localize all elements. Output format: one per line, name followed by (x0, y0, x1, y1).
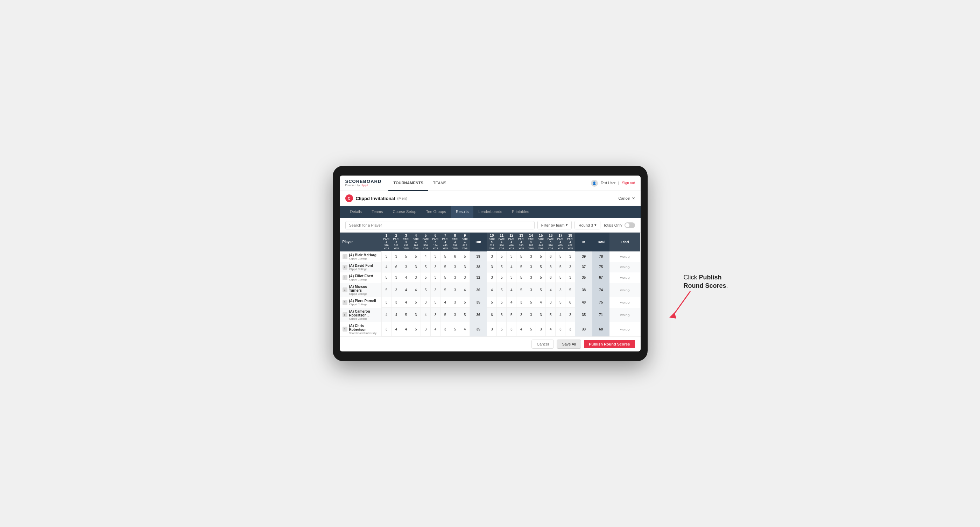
score-hole-3[interactable]: 4 (401, 322, 411, 337)
score-hole-11[interactable]: 5 (497, 322, 507, 337)
score-hole-7[interactable]: 3 (441, 322, 450, 337)
score-hole-1[interactable]: 3 (382, 297, 391, 308)
score-hole-14[interactable]: 3 (526, 262, 536, 272)
score-hole-12[interactable]: 3 (507, 251, 516, 262)
dq-label[interactable]: DQ (625, 314, 630, 317)
cancel-button-header[interactable]: Cancel ✕ (618, 196, 635, 201)
score-hole-14[interactable]: 3 (526, 308, 536, 322)
score-hole-10[interactable]: 5 (487, 297, 497, 308)
score-hole-4[interactable]: 5 (411, 322, 421, 337)
score-hole-15[interactable]: 3 (536, 308, 546, 322)
score-hole-16[interactable]: 3 (546, 262, 555, 272)
score-hole-17[interactable]: 4 (555, 308, 565, 322)
score-hole-5[interactable]: 3 (421, 322, 431, 337)
score-hole-2[interactable]: 6 (391, 262, 401, 272)
score-hole-5[interactable]: 5 (421, 262, 431, 272)
score-hole-18[interactable]: 3 (565, 272, 575, 283)
score-hole-4[interactable]: 3 (411, 308, 421, 322)
score-hole-9[interactable]: 4 (460, 283, 470, 297)
score-hole-9[interactable]: 5 (460, 251, 470, 262)
score-hole-8[interactable]: 3 (450, 262, 460, 272)
score-hole-11[interactable]: 5 (497, 251, 507, 262)
score-hole-2[interactable]: 4 (391, 322, 401, 337)
score-hole-6[interactable]: 3 (431, 262, 441, 272)
score-hole-9[interactable]: 3 (460, 272, 470, 283)
score-hole-6[interactable]: 4 (431, 322, 441, 337)
score-hole-16[interactable]: 6 (546, 272, 555, 283)
score-hole-12[interactable]: 3 (507, 322, 516, 337)
score-hole-13[interactable]: 5 (516, 272, 526, 283)
score-hole-11[interactable]: 5 (497, 297, 507, 308)
score-hole-13[interactable]: 3 (516, 308, 526, 322)
wd-label[interactable]: WD (620, 301, 625, 304)
score-hole-17[interactable]: 5 (555, 251, 565, 262)
score-hole-13[interactable]: 4 (516, 322, 526, 337)
score-hole-6[interactable]: 3 (431, 283, 441, 297)
score-hole-10[interactable]: 3 (487, 322, 497, 337)
score-hole-1[interactable]: 3 (382, 322, 391, 337)
score-hole-1[interactable]: 3 (382, 251, 391, 262)
score-hole-14[interactable]: 3 (526, 251, 536, 262)
toggle-switch[interactable] (625, 222, 635, 228)
score-hole-6[interactable]: 3 (431, 251, 441, 262)
score-hole-15[interactable]: 3 (536, 322, 546, 337)
score-hole-18[interactable]: 3 (565, 308, 575, 322)
tab-teams[interactable]: Teams (367, 206, 388, 218)
score-hole-2[interactable]: 3 (391, 297, 401, 308)
score-hole-14[interactable]: 5 (526, 297, 536, 308)
cancel-button[interactable]: Cancel (531, 340, 554, 349)
score-hole-10[interactable]: 3 (487, 272, 497, 283)
score-hole-12[interactable]: 4 (507, 297, 516, 308)
score-hole-2[interactable]: 3 (391, 251, 401, 262)
tab-printables[interactable]: Printables (507, 206, 534, 218)
score-hole-3[interactable]: 3 (401, 262, 411, 272)
score-hole-6[interactable]: 5 (431, 297, 441, 308)
score-hole-15[interactable]: 5 (536, 272, 546, 283)
score-hole-6[interactable]: 3 (431, 272, 441, 283)
score-hole-15[interactable]: 4 (536, 297, 546, 308)
dq-label[interactable]: DQ (625, 276, 630, 279)
dq-label[interactable]: DQ (625, 301, 630, 304)
score-hole-16[interactable]: 6 (546, 251, 555, 262)
score-hole-11[interactable]: 3 (497, 308, 507, 322)
score-hole-16[interactable]: 3 (546, 297, 555, 308)
score-hole-17[interactable]: 5 (555, 272, 565, 283)
score-hole-13[interactable]: 3 (516, 297, 526, 308)
score-hole-14[interactable]: 3 (526, 283, 536, 297)
score-hole-10[interactable]: 4 (487, 283, 497, 297)
sign-out-link[interactable]: Sign out (622, 181, 635, 185)
score-hole-17[interactable]: 3 (555, 283, 565, 297)
score-hole-2[interactable]: 4 (391, 308, 401, 322)
score-hole-13[interactable]: 5 (516, 251, 526, 262)
score-hole-14[interactable]: 3 (526, 272, 536, 283)
dq-label[interactable]: DQ (625, 266, 630, 269)
score-hole-18[interactable]: 6 (565, 297, 575, 308)
score-hole-4[interactable]: 5 (411, 251, 421, 262)
score-hole-16[interactable]: 4 (546, 283, 555, 297)
score-hole-17[interactable]: 5 (555, 262, 565, 272)
nav-tournaments[interactable]: TOURNAMENTS (388, 176, 428, 191)
score-hole-12[interactable]: 5 (507, 308, 516, 322)
score-hole-8[interactable]: 3 (450, 308, 460, 322)
tab-details[interactable]: Details (345, 206, 367, 218)
score-hole-1[interactable]: 4 (382, 262, 391, 272)
score-hole-12[interactable]: 4 (507, 283, 516, 297)
score-hole-9[interactable]: 3 (460, 262, 470, 272)
score-hole-8[interactable]: 6 (450, 251, 460, 262)
score-hole-9[interactable]: 5 (460, 297, 470, 308)
score-hole-7[interactable]: 4 (441, 297, 450, 308)
wd-label[interactable]: WD (620, 276, 625, 279)
score-hole-5[interactable]: 4 (421, 251, 431, 262)
score-hole-13[interactable]: 5 (516, 283, 526, 297)
score-hole-10[interactable]: 3 (487, 262, 497, 272)
score-hole-7[interactable]: 5 (441, 272, 450, 283)
score-hole-18[interactable]: 5 (565, 283, 575, 297)
score-hole-9[interactable]: 5 (460, 308, 470, 322)
score-hole-7[interactable]: 5 (441, 251, 450, 262)
score-hole-3[interactable]: 4 (401, 272, 411, 283)
wd-label[interactable]: WD (620, 314, 625, 317)
score-hole-3[interactable]: 5 (401, 308, 411, 322)
score-hole-6[interactable]: 3 (431, 308, 441, 322)
score-hole-12[interactable]: 3 (507, 272, 516, 283)
score-hole-8[interactable]: 3 (450, 283, 460, 297)
